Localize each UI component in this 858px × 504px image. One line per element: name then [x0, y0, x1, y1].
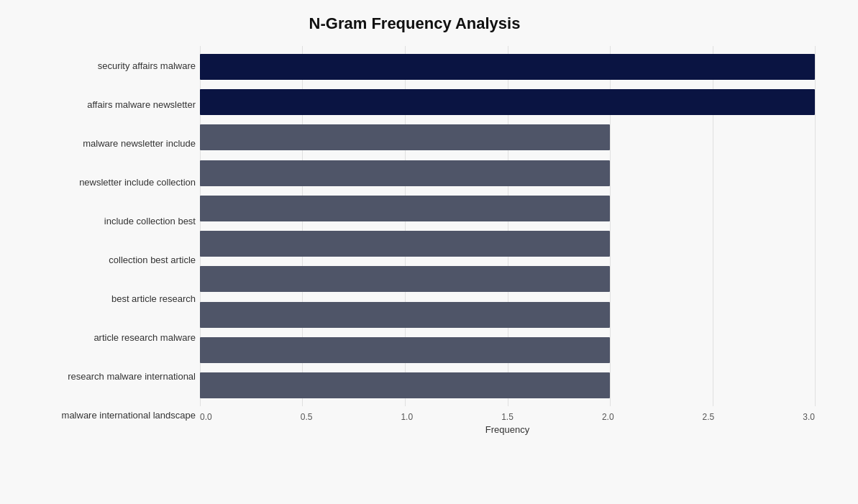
y-labels: security affairs malwareaffairs malware … — [14, 46, 200, 435]
y-label: malware international landscape — [14, 397, 196, 434]
y-label: include collection best — [14, 202, 196, 239]
chart-area: security affairs malwareaffairs malware … — [14, 46, 815, 435]
y-label: newsletter include collection — [14, 163, 196, 201]
x-tick: 0.5 — [301, 412, 313, 422]
bar-row — [200, 332, 815, 367]
x-axis-label: Frequency — [200, 424, 815, 435]
bar-row — [200, 120, 815, 155]
bar-row — [200, 155, 815, 191]
bars-and-grid: 0.00.51.01.52.02.53.0 Frequency — [200, 46, 815, 435]
bar-row — [200, 368, 815, 403]
bar — [200, 231, 610, 257]
bars-column — [200, 46, 815, 406]
bar — [200, 337, 610, 363]
chart-title: N-Gram Frequency Analysis — [14, 14, 815, 33]
bar — [200, 302, 610, 328]
x-ticks: 0.00.51.01.52.02.53.0 — [200, 412, 815, 422]
y-label: research malware international — [14, 358, 196, 395]
y-label: security affairs malware — [14, 47, 196, 84]
x-tick: 1.5 — [501, 412, 514, 422]
bar-row — [200, 84, 815, 119]
bar-row — [200, 226, 815, 261]
bar — [200, 160, 610, 186]
bar — [200, 54, 815, 80]
x-tick: 2.5 — [703, 412, 715, 422]
bar — [200, 196, 610, 221]
x-tick: 3.0 — [803, 412, 815, 422]
bar — [200, 372, 610, 398]
bar — [200, 89, 815, 115]
y-label: malware newsletter include — [14, 124, 196, 162]
y-label: collection best article — [14, 242, 196, 279]
chart-container: N-Gram Frequency Analysis security affai… — [0, 0, 858, 504]
x-axis: 0.00.51.01.52.02.53.0 Frequency — [200, 406, 815, 435]
bar — [200, 266, 610, 292]
bar-row — [200, 262, 815, 297]
grid-and-bars — [200, 46, 815, 406]
y-label: article research malware — [14, 319, 196, 357]
bar-row — [200, 297, 815, 332]
x-tick: 2.0 — [602, 412, 614, 422]
grid-line — [815, 46, 816, 406]
bar-row — [200, 49, 815, 84]
y-label: best article research — [14, 280, 196, 318]
x-tick: 0.0 — [200, 412, 212, 422]
y-label: affairs malware newsletter — [14, 86, 196, 123]
bar — [200, 124, 610, 150]
x-tick: 1.0 — [401, 412, 413, 422]
bar-row — [200, 191, 815, 226]
